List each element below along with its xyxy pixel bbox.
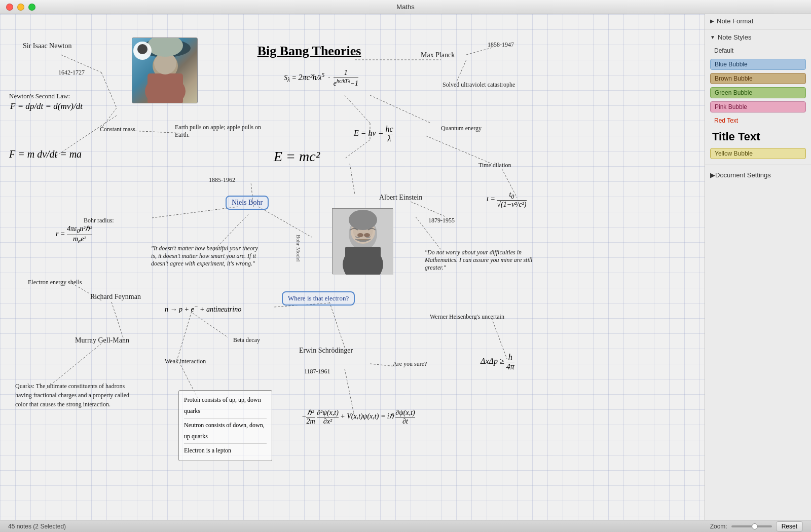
node-planck-solved: Solved ultraviolet catastrophe	[443, 81, 515, 89]
node-quantum-energy: Quantum energy	[441, 125, 482, 132]
node-gell-mann: Murray Gell-Mann	[75, 336, 129, 345]
node-time-dilation: Time dilation	[478, 162, 511, 169]
doc-settings-triangle: ▶	[710, 171, 715, 179]
node-quarks-text: Quarks: The ultimate constituents of had…	[15, 382, 142, 409]
node-heisenberg-formula: ΔxΔp ≥ h 4π	[481, 353, 514, 371]
document-settings-section[interactable]: ▶ Document Settings	[705, 168, 811, 182]
node-bohr-formula: r = 4πε0n²ℏ² mee²	[56, 224, 92, 245]
node-niels-dates: 1885-1962	[209, 176, 235, 184]
main-title: Big Bang Theories	[218, 44, 400, 59]
reset-button[interactable]: Reset	[776, 521, 803, 531]
node-newton-dates: 1642-1727	[58, 69, 85, 77]
node-where-electron[interactable]: Where is that electron?	[282, 291, 355, 306]
sidebar-divider-2	[705, 165, 811, 165]
svg-line-18	[152, 207, 238, 218]
note-styles-label: Note Styles	[718, 33, 751, 41]
zoom-slider-track[interactable]	[731, 525, 772, 527]
svg-point-40	[137, 44, 148, 54]
svg-line-29	[370, 364, 395, 366]
node-einstein-quote: "Do not worry about your difficulties in…	[425, 249, 536, 272]
node-bohr-radius-label: Bohr radius:	[84, 217, 114, 224]
style-blue-bubble[interactable]: Blue Bubble	[710, 59, 806, 70]
svg-point-49	[364, 233, 370, 237]
zoom-controls: Zoom: Reset	[710, 521, 803, 531]
node-schrodinger-formula: − ℏ² 2m ∂²ψ(x,t) ∂x² + V(x,t)ψ(x,t) = iℏ…	[302, 408, 415, 426]
node-are-you-sure: Are you sure?	[393, 360, 427, 368]
node-weak-interaction: Weak interaction	[165, 358, 206, 365]
node-newton-law: Newton's Second Law:	[9, 92, 70, 100]
einstein-portrait	[332, 208, 393, 274]
notes-count: 45 notes (2 Selected)	[8, 523, 66, 530]
style-green-bubble[interactable]: Green Bubble	[710, 87, 806, 98]
node-bohr-quote: "It doesn't matter how beautiful your th…	[151, 245, 263, 268]
newton-portrait	[132, 37, 198, 103]
svg-point-48	[357, 233, 363, 237]
svg-line-22	[112, 302, 124, 341]
window-buttons	[6, 4, 35, 11]
node-planck: Max Planck	[421, 51, 455, 59]
svg-rect-45	[345, 247, 381, 275]
node-einstein-dates: 1879-1955	[428, 217, 455, 224]
svg-line-2	[101, 108, 117, 128]
node-schrodinger-dates: 1187-1961	[304, 368, 330, 375]
node-planck-formula: Sλ = 2πc²h/λ5 · 1 ehc/kTλ−1	[284, 69, 358, 88]
svg-line-13	[350, 164, 355, 195]
minimize-button[interactable]	[17, 4, 24, 11]
note-format-triangle: ▶	[710, 18, 714, 24]
window-title: Maths	[396, 3, 414, 11]
node-electron-shells: Electron energy shells	[28, 279, 82, 286]
node-heisenberg: Werner Heisenberg's uncertain	[430, 313, 541, 321]
close-button[interactable]	[6, 4, 13, 11]
node-beta-decay: Beta decay	[233, 336, 260, 344]
doc-settings-label: Document Settings	[715, 171, 771, 179]
maximize-button[interactable]	[28, 4, 35, 11]
svg-line-14	[411, 202, 446, 217]
note-styles-triangle: ▼	[710, 34, 715, 40]
sidebar: ▶ Note Format ▼ Note Styles Default Blue…	[705, 14, 811, 520]
node-planck-dates: 1858-1947	[488, 41, 514, 49]
node-schrodinger: Erwin Schrödinger	[299, 347, 353, 355]
node-beta-formula: n → p + e− + antineutrino	[165, 303, 241, 314]
svg-line-9	[370, 95, 431, 123]
style-pink-bubble[interactable]: Pink Bubble	[710, 101, 806, 112]
node-newton-f1: F = dp/dt = d(mv)/dt	[10, 101, 83, 111]
node-quarks-list: Proton consists of up, up, down quarks N…	[178, 390, 272, 461]
sidebar-divider-1	[705, 29, 811, 29]
node-td-formula: t = t0 √(1−v²/c²)	[487, 191, 527, 209]
node-feynman: Richard Feynman	[90, 293, 141, 301]
node-earth-apple: Earth pulls on apple; apple pulls on Ear…	[175, 124, 264, 139]
zoom-slider-thumb[interactable]	[752, 523, 758, 529]
node-niels-bohr[interactable]: Niels Bohr	[226, 196, 269, 210]
node-einstein-name: Albert Einstein	[379, 194, 422, 202]
style-red-text[interactable]: Red Text	[710, 116, 806, 126]
svg-line-7	[456, 60, 466, 83]
canvas-area[interactable]: Big Bang Theories Sir Isaac Newton	[0, 14, 705, 520]
note-format-section[interactable]: ▶ Note Format	[705, 14, 811, 28]
style-title-text: Title Text	[705, 127, 811, 146]
svg-line-20	[259, 207, 312, 237]
note-styles-section[interactable]: ▼ Note Styles	[705, 30, 811, 44]
style-brown-bubble[interactable]: Brown Bubble	[710, 73, 806, 84]
node-emc2: E = mc²	[274, 148, 320, 165]
svg-line-24	[177, 308, 193, 359]
svg-line-12	[426, 136, 492, 164]
style-default[interactable]: Default	[710, 46, 806, 56]
main-area: Big Bang Theories Sir Isaac Newton	[0, 14, 811, 520]
node-ehv: E = hv = hc λ	[354, 125, 393, 143]
node-const-mass: Constant mass	[100, 126, 135, 133]
svg-line-23	[193, 313, 228, 337]
zoom-label: Zoom:	[710, 523, 727, 530]
title-bar: Maths	[0, 0, 811, 14]
svg-line-8	[345, 95, 370, 123]
style-yellow-bubble[interactable]: Yellow Bubble	[710, 148, 806, 159]
node-sir-isaac: Sir Isaac Newton	[23, 42, 71, 50]
note-format-label: Note Format	[717, 17, 753, 25]
node-bohr-model: Bohr Model	[296, 235, 302, 261]
svg-line-27	[329, 302, 345, 348]
svg-point-47	[349, 210, 377, 230]
node-newton-f2: F = m dv/dt = ma	[9, 148, 82, 160]
status-bar: 45 notes (2 Selected) Zoom: Reset	[0, 520, 811, 532]
svg-line-1	[101, 72, 117, 108]
